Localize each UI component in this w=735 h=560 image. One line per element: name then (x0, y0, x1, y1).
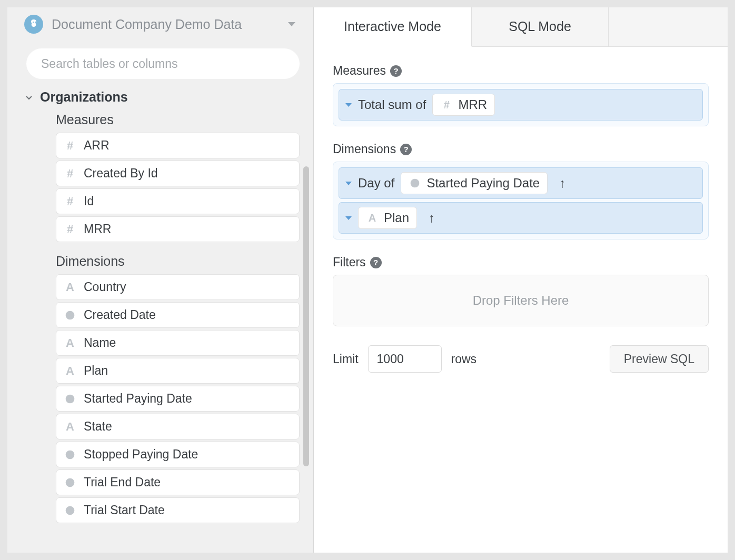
field-label: ARR (84, 138, 110, 153)
field-item[interactable]: ACountry (56, 274, 300, 300)
number-icon: # (440, 98, 453, 111)
chip-field-label: Plan (384, 211, 409, 225)
clock-icon (64, 309, 76, 322)
clock-icon (409, 177, 421, 189)
number-icon: # (64, 223, 76, 236)
chevron-down-icon[interactable] (345, 103, 352, 107)
dimensions-dropzone[interactable]: Day ofStarted Paying Date↑APlan↑ (333, 162, 709, 239)
field-item[interactable]: APlan (56, 358, 300, 384)
field-item[interactable]: #MRR (56, 216, 300, 242)
postgres-icon (24, 15, 43, 34)
filters-placeholder: Drop Filters Here (473, 293, 569, 308)
clock-icon (64, 393, 76, 405)
main-panel: Interactive Mode SQL Mode Measures ? Tot… (314, 7, 728, 553)
aggregation-label: Total sum of (358, 97, 426, 112)
help-icon[interactable]: ? (370, 257, 382, 268)
aggregation-label: Day of (358, 176, 394, 191)
field-item[interactable]: Trial End Date (56, 469, 300, 495)
chip-field[interactable]: Started Paying Date (401, 172, 548, 194)
preview-sql-button[interactable]: Preview SQL (610, 345, 709, 373)
field-item[interactable]: Stopped Paying Date (56, 442, 300, 467)
measures-section-label: Measures (39, 108, 300, 133)
text-icon: A (64, 337, 76, 349)
field-item[interactable]: Started Paying Date (56, 386, 300, 412)
mode-tabs: Interactive Mode SQL Mode (314, 7, 728, 47)
table-name: Organizations (40, 89, 128, 105)
text-icon: A (64, 365, 76, 377)
chevron-down-icon (25, 94, 33, 101)
text-icon: A (64, 421, 76, 433)
measures-label: Measures (333, 64, 386, 78)
field-label: Created Date (84, 308, 156, 322)
tab-interactive-mode[interactable]: Interactive Mode (314, 7, 472, 47)
field-item[interactable]: #Id (56, 188, 300, 214)
schema-tree: Organizations Measures #ARR#Created By I… (7, 86, 313, 553)
field-item[interactable]: Trial Start Date (56, 497, 300, 523)
number-icon: # (64, 167, 76, 180)
datasource-selector[interactable]: Document Company Demo Data (7, 7, 313, 41)
dimensions-section-label: Dimensions (39, 249, 300, 274)
table-toggle-organizations[interactable]: Organizations (25, 86, 300, 108)
field-label: Started Paying Date (84, 392, 192, 406)
field-label: Country (84, 280, 126, 294)
scrollbar-thumb[interactable] (303, 166, 309, 466)
field-label: Created By Id (84, 166, 158, 181)
filters-dropzone[interactable]: Drop Filters Here (333, 275, 709, 326)
datasource-name: Document Company Demo Data (52, 17, 280, 32)
field-label: Stopped Paying Date (84, 447, 198, 462)
text-icon: A (366, 212, 379, 224)
chevron-down-icon[interactable] (345, 216, 352, 220)
field-label: Trial Start Date (84, 503, 165, 517)
sort-asc-icon[interactable]: ↑ (429, 211, 435, 225)
clock-icon (64, 448, 76, 461)
number-icon: # (64, 139, 76, 152)
limit-input[interactable] (368, 345, 442, 373)
clock-icon (64, 504, 76, 517)
chip-field[interactable]: #MRR (432, 94, 495, 116)
chevron-down-icon[interactable] (345, 182, 352, 185)
chip-field[interactable]: APlan (358, 207, 417, 229)
field-item[interactable]: AState (56, 414, 300, 439)
field-item[interactable]: AName (56, 330, 300, 356)
rows-label: rows (451, 352, 477, 366)
help-icon[interactable]: ? (390, 65, 402, 77)
chevron-down-icon (288, 22, 295, 26)
text-icon: A (64, 281, 76, 294)
query-chip[interactable]: APlan↑ (339, 202, 703, 234)
field-label: Trial End Date (84, 475, 161, 489)
query-chip[interactable]: Total sum of#MRR (339, 89, 703, 121)
field-label: Name (84, 336, 116, 350)
field-label: Id (84, 194, 94, 208)
tab-sql-mode[interactable]: SQL Mode (472, 7, 609, 46)
chip-field-label: Started Paying Date (426, 176, 540, 191)
dimensions-label: Dimensions (333, 142, 396, 156)
field-item[interactable]: Created Date (56, 302, 300, 328)
sort-asc-icon[interactable]: ↑ (559, 176, 565, 191)
limit-label: Limit (333, 352, 359, 366)
search-input[interactable] (26, 48, 300, 79)
field-item[interactable]: #ARR (56, 133, 300, 158)
field-label: Plan (84, 364, 108, 378)
clock-icon (64, 476, 76, 489)
sidebar: Document Company Demo Data Organizations… (7, 7, 314, 553)
measures-dropzone[interactable]: Total sum of#MRR (333, 83, 709, 126)
help-icon[interactable]: ? (400, 144, 412, 155)
query-chip[interactable]: Day ofStarted Paying Date↑ (339, 167, 703, 199)
field-label: MRR (84, 222, 111, 236)
field-item[interactable]: #Created By Id (56, 161, 300, 186)
filters-label: Filters (333, 255, 366, 269)
field-label: State (84, 419, 112, 434)
number-icon: # (64, 195, 76, 208)
chip-field-label: MRR (458, 97, 487, 112)
